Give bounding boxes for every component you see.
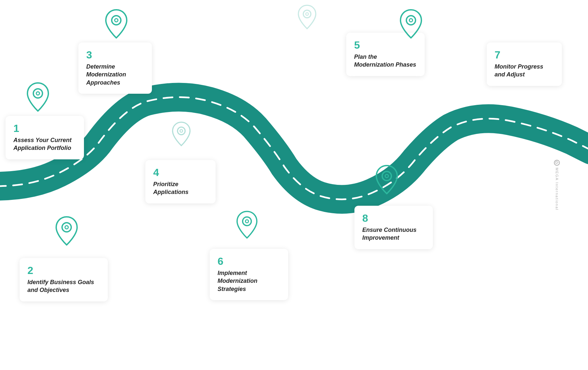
svg-point-15 — [385, 174, 388, 178]
svg-point-13 — [409, 19, 413, 22]
card-step-6: 6 Implement Modernization Strategies — [210, 249, 288, 300]
step-number-8: 8 — [362, 213, 425, 223]
step-title-7: Monitor Progress and Adjust — [495, 63, 554, 79]
svg-point-7 — [180, 130, 183, 132]
card-step-8: 8 Ensure Continuous Improvement — [354, 206, 433, 249]
step-number-5: 5 — [354, 40, 417, 50]
svg-point-3 — [65, 226, 68, 229]
pin-step-2 — [55, 216, 78, 246]
card-step-5: 5 Plan the Modernization Phases — [346, 33, 425, 76]
step-number-3: 3 — [86, 50, 144, 60]
watermark-label: MEGA International — [555, 168, 559, 210]
svg-point-11 — [245, 220, 248, 223]
svg-point-12 — [406, 16, 416, 25]
step-title-6: Implement Modernization Strategies — [218, 269, 280, 293]
card-step-4: 4 Prioritize Applications — [145, 160, 216, 203]
pin-step-4 — [172, 121, 191, 146]
pin-step-5 — [297, 5, 317, 29]
watermark-icon: ⏻ — [554, 160, 560, 166]
svg-point-0 — [33, 89, 42, 98]
svg-point-8 — [303, 10, 311, 18]
svg-point-10 — [243, 217, 251, 225]
svg-point-9 — [306, 13, 308, 15]
pin-step-7 — [399, 9, 423, 39]
pin-step-8 — [375, 165, 399, 194]
card-step-1: 1 Assess Your Current Application Portfo… — [6, 116, 84, 159]
svg-point-14 — [382, 171, 391, 181]
step-title-5: Plan the Modernization Phases — [354, 53, 417, 69]
card-step-3: 3 Determine Modernization Approaches — [78, 42, 152, 94]
step-title-2: Identify Business Goals and Objectives — [27, 278, 100, 294]
pin-step-3 — [105, 9, 128, 39]
card-step-2: 2 Identify Business Goals and Objectives — [20, 258, 108, 301]
card-step-7: 7 Monitor Progress and Adjust — [487, 42, 562, 86]
page-container: 1 Assess Your Current Application Portfo… — [0, 0, 588, 370]
pin-step-1 — [26, 82, 50, 112]
step-title-4: Prioritize Applications — [153, 180, 208, 196]
svg-point-2 — [62, 223, 71, 232]
step-number-7: 7 — [495, 50, 554, 60]
svg-point-1 — [36, 92, 40, 95]
step-title-1: Assess Your Current Application Portfoli… — [13, 136, 76, 152]
step-number-6: 6 — [218, 256, 280, 266]
svg-point-4 — [112, 16, 121, 25]
step-title-3: Determine Modernization Approaches — [86, 63, 144, 87]
svg-point-6 — [177, 127, 185, 135]
watermark: ⏻ MEGA International — [554, 160, 560, 210]
step-number-4: 4 — [153, 167, 208, 178]
step-number-2: 2 — [27, 265, 100, 276]
step-title-8: Ensure Continuous Improvement — [362, 226, 425, 242]
pin-step-6 — [236, 211, 258, 239]
svg-point-5 — [115, 19, 118, 22]
step-number-1: 1 — [13, 123, 76, 134]
